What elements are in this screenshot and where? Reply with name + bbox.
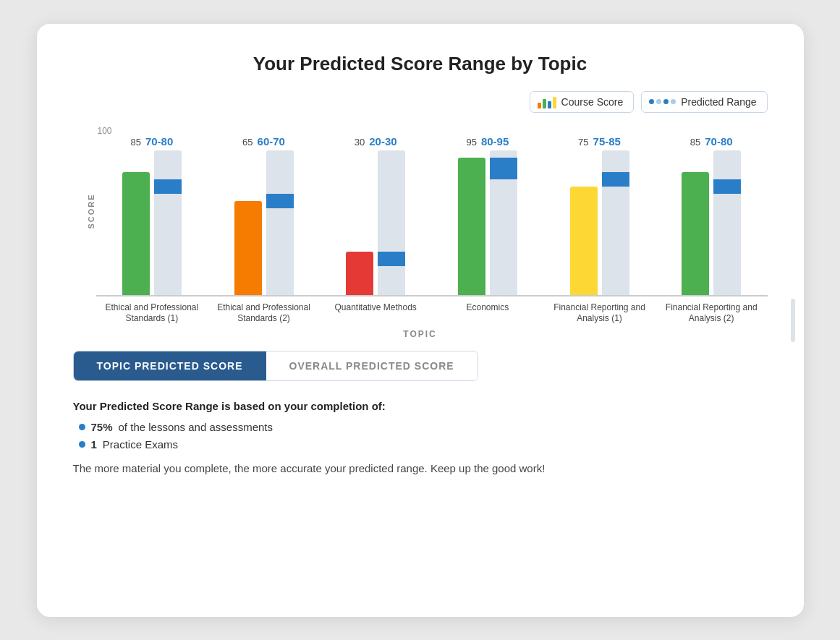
bar-course-score-num: 85 bbox=[690, 137, 700, 148]
predicted-bar bbox=[602, 150, 629, 295]
topic-label: Ethical and Professional Standards (2) bbox=[208, 302, 320, 325]
bars-row: 8570-806560-703020-309580-957575-858570-… bbox=[96, 137, 768, 296]
bullet-dot-icon bbox=[79, 424, 85, 430]
predicted-bar-range bbox=[154, 179, 182, 194]
bullet-dot-icon bbox=[79, 441, 85, 448]
predicted-bar bbox=[490, 150, 517, 295]
predicted-bar-range bbox=[713, 179, 741, 194]
info-bullet: 1 Practice Exams bbox=[79, 438, 768, 451]
bar-pair bbox=[570, 150, 629, 295]
chart-area: SCORE 100 8570-806560-703020-309580-9575… bbox=[73, 126, 768, 296]
bar-group: 8570-80 bbox=[656, 135, 768, 295]
bar-pair bbox=[234, 150, 294, 295]
bar-group: 6560-70 bbox=[208, 135, 320, 295]
info-section: Your Predicted Score Range is based on y… bbox=[73, 400, 768, 477]
bar-group: 9580-95 bbox=[432, 135, 544, 295]
predicted-bar bbox=[378, 150, 405, 295]
x-axis-label: TOPIC bbox=[73, 329, 768, 339]
legend-course-score-label: Course Score bbox=[561, 96, 624, 108]
bar-pair bbox=[458, 150, 517, 295]
course-bar bbox=[458, 158, 485, 295]
bar-chart-icon bbox=[538, 95, 556, 108]
predicted-bar-bottom bbox=[602, 187, 629, 295]
course-bar bbox=[570, 187, 598, 295]
course-bar bbox=[346, 252, 373, 295]
predicted-bar-top bbox=[602, 150, 629, 172]
legend-row: Course Score Predicted Range bbox=[73, 91, 768, 113]
bar-scores: 8570-80 bbox=[130, 135, 173, 148]
predicted-bar-range bbox=[602, 172, 629, 187]
bar-course-score-num: 85 bbox=[130, 137, 140, 148]
legend-predicted-range: Predicted Range bbox=[641, 91, 767, 113]
predicted-bar bbox=[713, 150, 741, 295]
info-list: 75% of the lessons and assessments1 Prac… bbox=[79, 421, 768, 451]
bar-range-label: 80-95 bbox=[481, 135, 509, 148]
info-bullet: 75% of the lessons and assessments bbox=[79, 421, 768, 433]
predicted-bar-top bbox=[266, 150, 294, 194]
page-title: Your Predicted Score Range by Topic bbox=[73, 53, 768, 75]
info-note: The more material you complete, the more… bbox=[73, 461, 768, 477]
course-bar bbox=[234, 201, 262, 295]
predicted-bar-top bbox=[154, 150, 182, 179]
topics-row: Ethical and Professional Standards (1)Et… bbox=[96, 302, 768, 325]
predicted-range-icon bbox=[649, 99, 676, 104]
predicted-bar-range bbox=[266, 194, 294, 208]
bar-pair bbox=[346, 150, 405, 295]
y-max-label: 100 bbox=[98, 126, 768, 136]
bar-range-label: 70-80 bbox=[145, 135, 173, 148]
bar-group: 3020-30 bbox=[320, 135, 432, 295]
predicted-bar-bottom bbox=[378, 266, 405, 295]
topic-label: Quantitative Methods bbox=[320, 302, 432, 325]
legend-course-score: Course Score bbox=[530, 91, 635, 113]
bar-scores: 8570-80 bbox=[690, 135, 733, 148]
bar-range-label: 75-85 bbox=[593, 135, 621, 148]
bar-course-score-num: 30 bbox=[355, 137, 365, 148]
predicted-bar bbox=[266, 150, 294, 295]
bar-group: 8570-80 bbox=[96, 135, 208, 295]
predicted-bar-range bbox=[378, 252, 405, 266]
bar-pair bbox=[682, 150, 741, 295]
bar-scores: 9580-95 bbox=[466, 135, 509, 148]
bar-range-label: 20-30 bbox=[369, 135, 396, 148]
tab-overall[interactable]: OVERALL PREDICTED SCORE bbox=[266, 351, 478, 380]
predicted-bar-top bbox=[378, 150, 405, 252]
predicted-bar-bottom bbox=[490, 179, 517, 295]
scrollbar[interactable] bbox=[791, 299, 795, 342]
bar-scores: 7575-85 bbox=[578, 135, 621, 148]
predicted-bar-bottom bbox=[713, 194, 741, 295]
tab-topic[interactable]: TOPIC PREDICTED SCORE bbox=[74, 351, 266, 380]
topic-label: Financial Reporting and Analysis (2) bbox=[656, 302, 768, 325]
main-card: Your Predicted Score Range by Topic Cour… bbox=[37, 24, 804, 617]
y-axis-label: SCORE bbox=[86, 193, 95, 229]
predicted-bar-bottom bbox=[154, 194, 182, 295]
bar-course-score-num: 95 bbox=[466, 137, 476, 148]
course-bar bbox=[122, 172, 150, 295]
bar-range-label: 60-70 bbox=[258, 135, 285, 148]
bar-scores: 3020-30 bbox=[355, 135, 397, 148]
bar-course-score-num: 65 bbox=[242, 137, 253, 148]
predicted-bar-top bbox=[713, 150, 741, 179]
course-bar bbox=[682, 172, 709, 295]
legend-predicted-range-label: Predicted Range bbox=[681, 96, 756, 108]
predicted-bar-top bbox=[490, 150, 517, 158]
topic-label: Economics bbox=[432, 302, 544, 325]
bullet-highlight: 75% bbox=[91, 421, 113, 433]
info-title: Your Predicted Score Range is based on y… bbox=[73, 400, 768, 412]
bar-range-label: 70-80 bbox=[705, 135, 732, 148]
predicted-bar-range bbox=[490, 158, 517, 179]
predicted-bar-bottom bbox=[266, 208, 294, 295]
bar-scores: 6560-70 bbox=[242, 135, 285, 148]
predicted-bar bbox=[154, 150, 182, 295]
topic-label: Ethical and Professional Standards (1) bbox=[96, 302, 208, 325]
topic-label: Financial Reporting and Analysis (1) bbox=[543, 302, 656, 325]
bar-course-score-num: 75 bbox=[578, 137, 588, 148]
bar-pair bbox=[122, 150, 182, 295]
bullet-highlight: 1 bbox=[91, 438, 97, 451]
tabs-row[interactable]: TOPIC PREDICTED SCOREOVERALL PREDICTED S… bbox=[73, 351, 478, 381]
bar-group: 7575-85 bbox=[543, 135, 656, 295]
